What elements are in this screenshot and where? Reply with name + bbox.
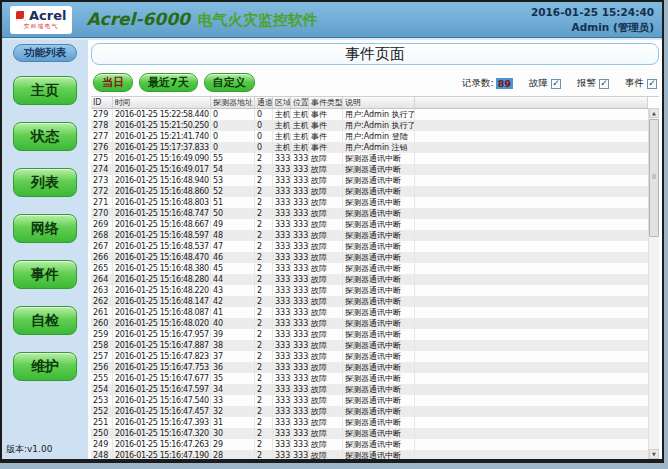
table-row[interactable]: 2562016-01-25 15:16:47.753362333333故障探测器… bbox=[91, 362, 648, 373]
cell-5: 主机 bbox=[291, 142, 309, 153]
column-header-1[interactable]: 时间 bbox=[113, 97, 211, 108]
alarm-checkbox[interactable]: ✓ bbox=[599, 79, 609, 89]
column-header-0[interactable]: ID bbox=[91, 97, 113, 108]
cell-filler bbox=[415, 219, 648, 230]
table-row[interactable]: 2592016-01-25 15:16:47.957392333333故障探测器… bbox=[91, 329, 648, 340]
cell-filler bbox=[415, 109, 648, 120]
cell-0: 270 bbox=[91, 208, 113, 219]
table-row[interactable]: 2742016-01-25 15:16:49.017542333333故障探测器… bbox=[91, 164, 648, 175]
cell-0: 271 bbox=[91, 197, 113, 208]
scrollbar-thumb[interactable] bbox=[649, 119, 659, 237]
cell-1: 2016-01-25 15:16:48.597 bbox=[113, 230, 211, 241]
table-row[interactable]: 2752016-01-25 15:16:49.090552333333故障探测器… bbox=[91, 153, 648, 164]
table-row[interactable]: 2682016-01-25 15:16:48.597482333333故障探测器… bbox=[91, 230, 648, 241]
cell-2: 36 bbox=[211, 362, 255, 373]
table-row[interactable]: 2642016-01-25 15:16:48.280442333333故障探测器… bbox=[91, 274, 648, 285]
table-row[interactable]: 2492016-01-25 15:16:47.263292333333故障探测器… bbox=[91, 439, 648, 450]
table-row[interactable]: 2552016-01-25 15:16:47.677352333333故障探测器… bbox=[91, 373, 648, 384]
cell-7: 探测器通讯中断 bbox=[343, 428, 415, 439]
cell-6: 故障 bbox=[309, 373, 343, 384]
cell-filler bbox=[415, 406, 648, 417]
cell-5: 333 bbox=[291, 219, 309, 230]
cell-2: 55 bbox=[211, 153, 255, 164]
table-row[interactable]: 2782016-01-25 15:21:50.25000主机主机事件用户:Adm… bbox=[91, 120, 648, 131]
sidebar-item-home[interactable]: 主页 bbox=[13, 76, 77, 105]
sidebar-item-network[interactable]: 网络 bbox=[13, 214, 77, 243]
table-row[interactable]: 2612016-01-25 15:16:48.087412333333故障探测器… bbox=[91, 307, 648, 318]
table-row[interactable]: 2662016-01-25 15:16:48.470462333333故障探测器… bbox=[91, 252, 648, 263]
cell-5: 333 bbox=[291, 406, 309, 417]
sidebar-item-events[interactable]: 事件 bbox=[13, 260, 77, 289]
event-table: ID时间探测器地址通道区域位置事件类型说明 2792016-01-25 15:2… bbox=[91, 97, 648, 459]
scrollbar-track[interactable] bbox=[649, 118, 659, 449]
cell-0: 251 bbox=[91, 417, 113, 428]
vertical-scrollbar[interactable]: ▲ ▼ bbox=[648, 108, 659, 459]
product-title: Acrel-6000 电气火灾监控软件 bbox=[86, 9, 317, 30]
table-row[interactable]: 2632016-01-25 15:16:48.220432333333故障探测器… bbox=[91, 285, 648, 296]
column-header-3[interactable]: 通道 bbox=[255, 97, 273, 108]
cell-7: 用户:Admin 执行了自检操作 bbox=[343, 109, 415, 120]
sidebar-item-status[interactable]: 状态 bbox=[13, 122, 77, 151]
table-row[interactable]: 2582016-01-25 15:16:47.887382333333故障探测器… bbox=[91, 340, 648, 351]
column-header-4[interactable]: 区域 bbox=[273, 97, 291, 108]
cell-5: 333 bbox=[291, 329, 309, 340]
fault-checkbox[interactable]: ✓ bbox=[551, 79, 561, 89]
filter-custom[interactable]: 自定义 bbox=[204, 73, 255, 92]
cell-5: 333 bbox=[291, 164, 309, 175]
table-row[interactable]: 2482016-01-25 15:16:47.190282333333故障探测器… bbox=[91, 450, 648, 459]
cell-5: 333 bbox=[291, 197, 309, 208]
column-header-5[interactable]: 位置 bbox=[291, 97, 309, 108]
table-row[interactable]: 2512016-01-25 15:16:47.393312333333故障探测器… bbox=[91, 417, 648, 428]
cell-1: 2016-01-25 15:22:58.440 bbox=[113, 109, 211, 120]
cell-3: 2 bbox=[255, 439, 273, 450]
cell-7: 用户:Admin 执行了自检操作 bbox=[343, 120, 415, 131]
table-row[interactable]: 2602016-01-25 15:16:48.020402333333故障探测器… bbox=[91, 318, 648, 329]
cell-2: 29 bbox=[211, 439, 255, 450]
table-row[interactable]: 2732016-01-25 15:16:48.940532333333故障探测器… bbox=[91, 175, 648, 186]
cell-4: 333 bbox=[273, 263, 291, 274]
cell-6: 故障 bbox=[309, 406, 343, 417]
filter-last7days[interactable]: 最近7天 bbox=[139, 73, 198, 92]
table-row[interactable]: 2622016-01-25 15:16:48.147422333333故障探测器… bbox=[91, 296, 648, 307]
table-row[interactable]: 2792016-01-25 15:22:58.44000主机主机事件用户:Adm… bbox=[91, 109, 648, 120]
cell-0: 254 bbox=[91, 384, 113, 395]
table-row[interactable]: 2502016-01-25 15:16:47.320302333333故障探测器… bbox=[91, 428, 648, 439]
table-row[interactable]: 2672016-01-25 15:16:48.537472333333故障探测器… bbox=[91, 241, 648, 252]
column-header-6[interactable]: 事件类型 bbox=[309, 97, 343, 108]
scroll-down-button[interactable]: ▼ bbox=[649, 449, 659, 459]
sidebar-item-list[interactable]: 列表 bbox=[13, 168, 77, 197]
table-row[interactable]: 2702016-01-25 15:16:48.747502333333故障探测器… bbox=[91, 208, 648, 219]
filter-today[interactable]: 当日 bbox=[93, 73, 133, 92]
table-row[interactable]: 2542016-01-25 15:16:47.597342333333故障探测器… bbox=[91, 384, 648, 395]
cell-6: 故障 bbox=[309, 351, 343, 362]
column-header-2[interactable]: 探测器地址 bbox=[211, 97, 255, 108]
table-row[interactable]: 2532016-01-25 15:16:47.540332333333故障探测器… bbox=[91, 395, 648, 406]
table-row[interactable]: 2652016-01-25 15:16:48.380452333333故障探测器… bbox=[91, 263, 648, 274]
table-row[interactable]: 2772016-01-25 15:21:41.74000主机主机事件用户:Adm… bbox=[91, 131, 648, 142]
table-row[interactable]: 2572016-01-25 15:16:47.823372333333故障探测器… bbox=[91, 351, 648, 362]
cell-filler bbox=[415, 175, 648, 186]
sidebar-item-selfcheck[interactable]: 自检 bbox=[13, 306, 77, 335]
cell-0: 257 bbox=[91, 351, 113, 362]
cell-5: 333 bbox=[291, 274, 309, 285]
cell-0: 253 bbox=[91, 395, 113, 406]
sidebar-item-maintenance[interactable]: 维护 bbox=[13, 352, 77, 381]
table-row[interactable]: 2692016-01-25 15:16:48.667492333333故障探测器… bbox=[91, 219, 648, 230]
cell-1: 2016-01-25 15:16:48.803 bbox=[113, 197, 211, 208]
table-row[interactable]: 2712016-01-25 15:16:48.803512333333故障探测器… bbox=[91, 197, 648, 208]
cell-3: 2 bbox=[255, 384, 273, 395]
cell-6: 故障 bbox=[309, 428, 343, 439]
cell-2: 47 bbox=[211, 241, 255, 252]
cell-6: 故障 bbox=[309, 219, 343, 230]
check-icon: ✓ bbox=[552, 79, 560, 88]
table-row[interactable]: 2522016-01-25 15:16:47.457322333333故障探测器… bbox=[91, 406, 648, 417]
event-checkbox[interactable]: ✓ bbox=[647, 79, 657, 89]
cell-1: 2016-01-25 15:16:48.380 bbox=[113, 263, 211, 274]
cell-2: 0 bbox=[211, 142, 255, 153]
acrel-logo-icon bbox=[16, 11, 26, 21]
cell-4: 333 bbox=[273, 406, 291, 417]
scroll-up-button[interactable]: ▲ bbox=[649, 108, 659, 118]
column-header-7[interactable]: 说明 bbox=[343, 97, 415, 108]
table-row[interactable]: 2762016-01-25 15:17:37.83300主机主机事件用户:Adm… bbox=[91, 142, 648, 153]
table-row[interactable]: 2722016-01-25 15:16:48.860522333333故障探测器… bbox=[91, 186, 648, 197]
